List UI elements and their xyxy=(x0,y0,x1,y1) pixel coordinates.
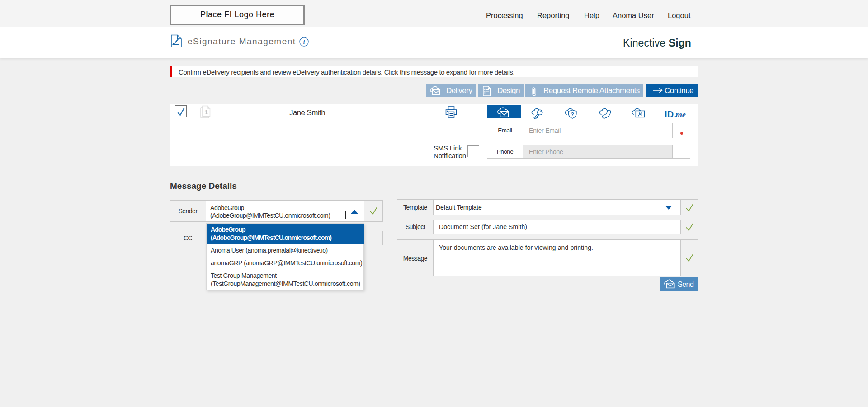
svg-text:?: ? xyxy=(571,112,574,117)
svg-text:i: i xyxy=(303,38,305,45)
svg-text:1: 1 xyxy=(204,109,208,116)
